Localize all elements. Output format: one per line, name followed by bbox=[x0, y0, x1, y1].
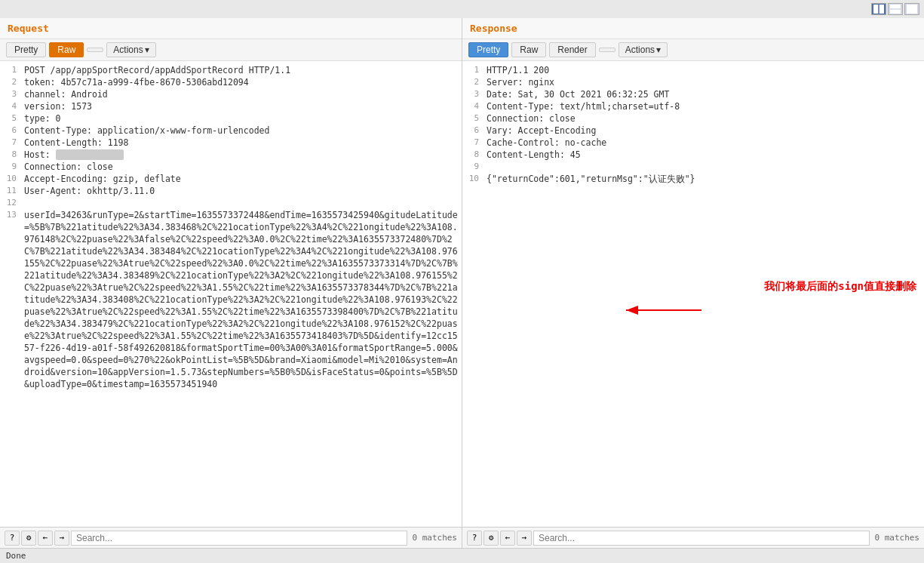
table-row: 3Date: Sat, 30 Oct 2021 06:32:25 GMT bbox=[462, 88, 924, 100]
request-bottom-bar: ? ⚙ ← → 0 matches bbox=[0, 527, 462, 548]
table-row: 9Connection: close bbox=[0, 161, 462, 173]
table-row: 3channel: Android bbox=[0, 88, 462, 100]
table-row: 10{"returnCode":601,"returnMsg":"认证失败"} bbox=[462, 173, 924, 185]
request-newline-tab[interactable] bbox=[87, 48, 103, 52]
request-pretty-tab[interactable]: Pretty bbox=[6, 42, 46, 57]
status-text: Done bbox=[6, 551, 26, 561]
table-row: 5Connection: close bbox=[462, 112, 924, 125]
table-row: 8Content-Length: 45 bbox=[462, 149, 924, 161]
response-settings-icon[interactable]: ⚙ bbox=[483, 531, 499, 546]
svg-rect-3 bbox=[890, 10, 901, 14]
request-toolbar: Pretty Raw Actions ▾ bbox=[0, 39, 462, 61]
table-row: 2Server: nginx bbox=[462, 76, 924, 88]
svg-rect-2 bbox=[890, 5, 901, 8]
annotation-arrow bbox=[619, 299, 709, 324]
table-row: 13userId=34263&runType=2&startTime=16355… bbox=[0, 209, 462, 390]
request-match-count: 0 matches bbox=[409, 533, 457, 543]
table-row: 2token: 4b57c71a-a999-4fbe-8670-5306abd1… bbox=[0, 76, 462, 88]
request-raw-tab[interactable]: Raw bbox=[49, 42, 84, 57]
table-row: 6Vary: Accept-Encoding bbox=[462, 125, 924, 137]
request-content[interactable]: 1POST /app/appSportRecord/appAddSportRec… bbox=[0, 61, 462, 527]
table-row: 1HTTP/1.1 200 bbox=[462, 64, 924, 76]
request-prev-icon[interactable]: ← bbox=[38, 531, 53, 546]
svg-rect-0 bbox=[873, 5, 878, 14]
status-bar: Done bbox=[0, 548, 924, 563]
request-next-icon[interactable]: → bbox=[54, 531, 69, 546]
table-row: 11User-Agent: okhttp/3.11.0 bbox=[0, 185, 462, 197]
chevron-down-icon: ▾ bbox=[145, 45, 149, 55]
request-header: Request bbox=[0, 18, 462, 39]
top-icons-bar bbox=[0, 0, 924, 18]
table-row: 10Accept-Encoding: gzip, deflate bbox=[0, 173, 462, 185]
table-row: 9 bbox=[462, 161, 924, 173]
svg-rect-4 bbox=[907, 5, 917, 14]
horizontal-view-icon[interactable] bbox=[888, 3, 903, 15]
table-row: 1POST /app/appSportRecord/appAddSportRec… bbox=[0, 64, 462, 76]
response-toolbar: Pretty Raw Render Actions ▾ bbox=[462, 39, 924, 61]
table-row: 5type: 0 bbox=[0, 112, 462, 125]
split-view-icon[interactable] bbox=[871, 3, 886, 15]
table-row: 4version: 1573 bbox=[0, 100, 462, 112]
response-content[interactable]: 我们将最后面的sign值直接删除 1HTTP/1.1 2002Server: n… bbox=[462, 61, 924, 527]
response-render-tab[interactable]: Render bbox=[549, 42, 595, 57]
request-panel: Request Pretty Raw Actions ▾ 1POST /app/… bbox=[0, 18, 462, 548]
response-header: Response bbox=[462, 18, 924, 39]
request-actions-btn[interactable]: Actions ▾ bbox=[106, 42, 155, 57]
table-row: 7Cache-Control: no-cache bbox=[462, 137, 924, 149]
vertical-view-icon[interactable] bbox=[904, 3, 919, 15]
response-bottom-bar: ? ⚙ ← → 0 matches bbox=[462, 527, 924, 548]
table-row: 8Host: █████████████ bbox=[0, 149, 462, 161]
request-search-input[interactable] bbox=[71, 531, 407, 546]
response-pretty-tab[interactable]: Pretty bbox=[468, 42, 508, 57]
response-panel: Response Pretty Raw Render Actions ▾ 我们将… bbox=[462, 18, 924, 548]
response-match-count: 0 matches bbox=[871, 533, 919, 543]
annotation-text: 我们将最后面的sign值直接删除 bbox=[764, 280, 916, 294]
response-search-input[interactable] bbox=[533, 531, 870, 546]
request-settings-icon[interactable]: ⚙ bbox=[21, 531, 36, 546]
table-row: 6Content-Type: application/x-www-form-ur… bbox=[0, 125, 462, 137]
request-help-icon[interactable]: ? bbox=[5, 531, 20, 546]
response-help-icon[interactable]: ? bbox=[467, 531, 482, 546]
response-raw-tab[interactable]: Raw bbox=[511, 42, 546, 57]
response-actions-btn[interactable]: Actions ▾ bbox=[619, 42, 668, 57]
table-row: 4Content-Type: text/html;charset=utf-8 bbox=[462, 100, 924, 112]
svg-rect-1 bbox=[879, 5, 884, 14]
response-newline-tab[interactable] bbox=[599, 48, 615, 52]
table-row: 12 bbox=[0, 197, 462, 209]
response-next-icon[interactable]: → bbox=[517, 531, 532, 546]
response-prev-icon[interactable]: ← bbox=[500, 531, 515, 546]
table-row: 7Content-Length: 1198 bbox=[0, 137, 462, 149]
chevron-down-icon: ▾ bbox=[656, 45, 661, 55]
